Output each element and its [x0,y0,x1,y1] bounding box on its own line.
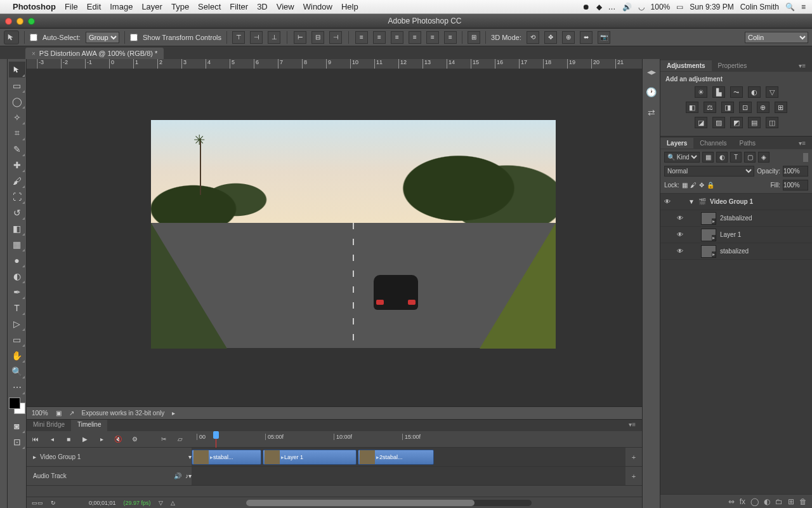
audio-mute-icon[interactable]: 🔊 [174,472,181,479]
align-right-icon[interactable]: ⊣ [329,31,342,44]
timeline-scrollbar[interactable] [246,500,532,506]
shape-tool[interactable]: ▭ [9,331,25,347]
history-brush-tool[interactable]: ↺ [9,204,25,220]
lock-pos-icon[interactable]: ✥ [699,182,704,189]
menu-help[interactable]: Help [341,2,358,11]
menu-3d[interactable]: 3D [257,2,268,11]
window-close-button[interactable] [5,18,12,25]
add-audio-button[interactable]: + [625,472,642,480]
lut-icon[interactable]: ⊞ [775,102,787,113]
blend-mode-select[interactable]: Normal [664,166,754,177]
align-top-icon[interactable]: ⊤ [232,31,245,44]
ruler-origin[interactable] [27,59,37,69]
overflow-icon[interactable]: … [608,3,616,11]
play-button[interactable]: ▶ [80,434,90,444]
transition-button[interactable]: ▱ [175,434,185,444]
notifications-icon[interactable]: ≡ [801,3,806,11]
crop-tool[interactable]: ⌗ [9,125,25,141]
dropbox-icon[interactable]: ◆ [596,3,602,11]
distribute-top-icon[interactable]: ≡ [355,31,368,44]
magic-wand-tool[interactable]: ✧ [9,109,25,125]
layer-mask-icon[interactable]: ◯ [750,497,759,506]
gradient-map-icon[interactable]: ▤ [748,117,761,128]
group-toggle-icon[interactable]: ▼ [688,198,695,205]
menu-edit[interactable]: Edit [87,2,101,11]
pen-tool[interactable]: ✒ [9,284,25,300]
timeline-playhead[interactable] [216,431,216,448]
3d-dolly-icon[interactable]: ⊕ [562,31,575,44]
filter-toggle[interactable] [803,153,808,162]
tab-properties[interactable]: Properties [712,60,754,71]
window-zoom-button[interactable] [28,18,35,25]
mute-button[interactable]: 🔇 [113,434,123,444]
curves-icon[interactable]: ⤳ [730,86,743,98]
tab-mini-bridge[interactable]: Mini Bridge [27,420,71,431]
menu-select[interactable]: Select [198,2,221,11]
zoom-level[interactable]: 100% [32,410,48,417]
exposure-icon[interactable]: ◐ [748,86,761,98]
visibility-icon[interactable]: 👁 [676,248,684,255]
move-tool-icon[interactable] [4,30,19,44]
threshold-icon[interactable]: ◩ [730,117,743,128]
invert-icon[interactable]: ◪ [695,117,707,128]
distribute-vcenter-icon[interactable]: ≡ [373,31,386,44]
timeline-clip[interactable]: ▸ stabal... [192,450,261,465]
window-minimize-button[interactable] [16,18,23,25]
selective-color-icon[interactable]: ◫ [766,117,778,128]
stop-button[interactable]: ■ [63,434,74,444]
clone-stamp-tool[interactable]: ⛶ [9,189,25,204]
color-swatches[interactable] [8,398,26,417]
auto-select-checkbox[interactable] [30,34,37,41]
eyedropper-tool[interactable]: ✎ [9,141,25,157]
screencast-icon[interactable]: ⏺ [582,3,590,11]
collapsed-panel-icon-1[interactable]: ◂▸ [645,65,658,78]
filter-type-icon[interactable]: T [730,152,742,163]
show-transform-checkbox[interactable] [130,34,138,41]
workspace-switcher[interactable]: Colin [745,32,808,43]
tab-timeline[interactable]: Timeline [71,420,107,431]
close-tab-icon[interactable]: × [32,50,36,57]
3d-pan-icon[interactable]: ✥ [544,31,557,44]
actions-panel-icon[interactable]: ⇄ [645,106,658,119]
layer-name[interactable]: Video Group 1 [710,198,753,205]
lasso-tool[interactable]: ◯ [9,93,25,109]
layer-filter-kind[interactable]: 🔍 Kind [664,152,700,163]
distribute-right-icon[interactable]: ≡ [444,31,457,44]
edit-toolbar[interactable]: ⋯ [9,379,25,395]
vibrance-icon[interactable]: ▽ [766,86,778,98]
timeline-settings-icon[interactable]: ⚙ [129,434,140,444]
filter-smart-icon[interactable]: ◈ [758,152,769,163]
layers-panel-menu-icon[interactable]: ▾≡ [792,138,812,149]
lock-trans-icon[interactable]: ▦ [682,182,688,189]
document-tab[interactable]: × PS Distortion AWA @ 100% (RGB/8) * [25,48,164,59]
align-hcenter-icon[interactable]: ⊟ [311,31,324,44]
align-left-icon[interactable]: ⊢ [294,31,306,44]
status-expand-icon[interactable]: ▸ [172,410,175,417]
hand-tool[interactable]: ✋ [9,347,25,363]
next-frame-button[interactable]: ▸ [96,434,107,444]
align-bottom-icon[interactable]: ⊥ [268,31,280,44]
timeline-clip[interactable]: ▸ Layer 1 [263,450,357,465]
render-icon[interactable]: ▭▭ [32,500,43,506]
auto-select-target[interactable]: Group [86,32,119,43]
status-icon1[interactable]: ▣ [56,410,62,417]
history-panel-icon[interactable]: 🕐 [645,86,658,98]
loop-icon[interactable]: ↻ [51,500,56,506]
distribute-hcenter-icon[interactable]: ≡ [426,31,439,44]
channel-mixer-icon[interactable]: ⊕ [757,102,769,113]
new-fill-icon[interactable]: ◐ [764,497,770,506]
canvas-document[interactable] [151,120,556,348]
layer-group-row[interactable]: 👁▼ 🎬 Video Group 1 [660,194,812,210]
lock-paint-icon[interactable]: 🖌 [690,182,697,189]
healing-brush-tool[interactable]: ✚ [9,157,25,173]
gradient-tool[interactable]: ▦ [9,236,25,252]
spotlight-icon[interactable]: 🔍 [785,3,795,11]
canvas-viewport[interactable] [27,69,642,406]
hue-icon[interactable]: ◧ [686,102,698,113]
user-name[interactable]: Colin Smith [740,3,779,11]
layer-name[interactable]: stabalized [720,248,749,255]
blur-tool[interactable]: ● [9,252,25,268]
layer-fx-icon[interactable]: fx [740,497,745,506]
volume-icon[interactable]: 🔊 [622,3,632,11]
add-media-button[interactable]: + [625,453,642,461]
